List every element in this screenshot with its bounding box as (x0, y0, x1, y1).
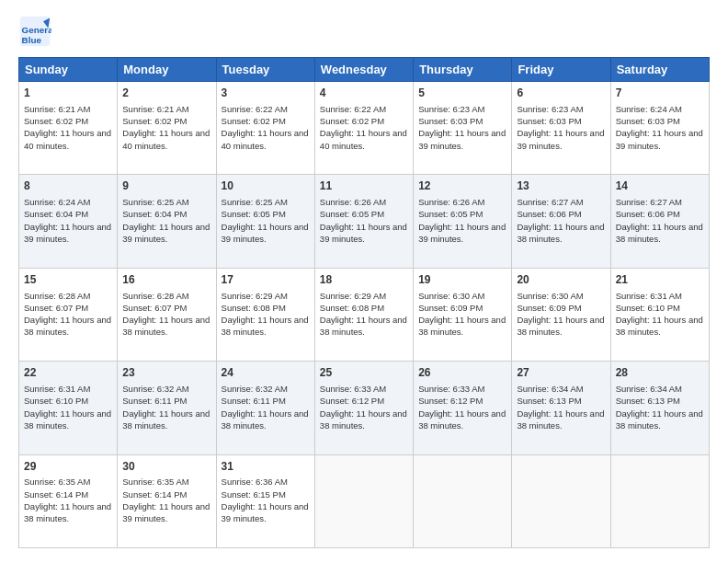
calendar-week-row: 29Sunrise: 6:35 AMSunset: 6:14 PMDayligh… (19, 454, 710, 547)
calendar-cell: 8Sunrise: 6:24 AMSunset: 6:04 PMDaylight… (19, 175, 118, 268)
day-number: 9 (122, 178, 210, 194)
day-number: 14 (616, 178, 704, 194)
calendar-cell: 3Sunrise: 6:22 AMSunset: 6:02 PMDaylight… (216, 82, 314, 175)
day-number: 21 (616, 272, 704, 288)
calendar-week-row: 22Sunrise: 6:31 AMSunset: 6:10 PMDayligh… (19, 362, 710, 454)
day-number: 8 (24, 178, 112, 194)
calendar-header-row: SundayMondayTuesdayWednesdayThursdayFrid… (19, 58, 710, 82)
calendar-cell: 24Sunrise: 6:32 AMSunset: 6:11 PMDayligh… (216, 362, 314, 454)
calendar-cell: 22Sunrise: 6:31 AMSunset: 6:10 PMDayligh… (19, 362, 118, 454)
day-number: 24 (222, 365, 310, 381)
calendar-cell (314, 454, 413, 547)
calendar-week-row: 8Sunrise: 6:24 AMSunset: 6:04 PMDaylight… (19, 175, 710, 268)
calendar-week-row: 1Sunrise: 6:21 AMSunset: 6:02 PMDaylight… (19, 82, 710, 175)
calendar-cell: 9Sunrise: 6:25 AMSunset: 6:04 PMDaylight… (118, 175, 216, 268)
day-number: 18 (320, 272, 408, 288)
day-number: 19 (418, 272, 506, 288)
day-number: 2 (122, 86, 210, 101)
day-number: 25 (320, 365, 408, 381)
page: General Blue SundayMondayTuesdayWednesda… (0, 0, 728, 563)
calendar-cell: 30Sunrise: 6:35 AMSunset: 6:14 PMDayligh… (118, 454, 216, 547)
calendar-cell: 17Sunrise: 6:29 AMSunset: 6:08 PMDayligh… (216, 268, 314, 361)
day-number: 12 (418, 178, 506, 194)
day-number: 23 (122, 365, 210, 381)
day-header-saturday: Saturday (610, 58, 709, 82)
calendar-cell: 23Sunrise: 6:32 AMSunset: 6:11 PMDayligh… (118, 362, 216, 454)
calendar-cell: 18Sunrise: 6:29 AMSunset: 6:08 PMDayligh… (314, 268, 413, 361)
calendar-cell: 2Sunrise: 6:21 AMSunset: 6:02 PMDaylight… (118, 82, 216, 175)
calendar-week-row: 15Sunrise: 6:28 AMSunset: 6:07 PMDayligh… (19, 268, 710, 361)
day-number: 17 (222, 272, 310, 288)
calendar-cell: 27Sunrise: 6:34 AMSunset: 6:13 PMDayligh… (512, 362, 610, 454)
day-number: 5 (418, 86, 506, 101)
calendar-cell: 16Sunrise: 6:28 AMSunset: 6:07 PMDayligh… (118, 268, 216, 361)
day-number: 16 (122, 272, 210, 288)
header: General Blue (18, 15, 710, 48)
calendar-table: SundayMondayTuesdayWednesdayThursdayFrid… (18, 57, 710, 548)
day-number: 10 (222, 178, 310, 194)
day-number: 15 (24, 272, 112, 288)
calendar-cell: 14Sunrise: 6:27 AMSunset: 6:06 PMDayligh… (610, 175, 709, 268)
calendar-cell (610, 454, 709, 547)
calendar-cell: 31Sunrise: 6:36 AMSunset: 6:15 PMDayligh… (216, 454, 314, 547)
day-header-thursday: Thursday (414, 58, 512, 82)
calendar-cell: 26Sunrise: 6:33 AMSunset: 6:12 PMDayligh… (414, 362, 512, 454)
day-number: 22 (24, 365, 112, 381)
day-header-sunday: Sunday (19, 58, 118, 82)
day-header-monday: Monday (118, 58, 216, 82)
day-number: 20 (517, 272, 605, 288)
logo-icon: General Blue (18, 15, 51, 48)
day-number: 4 (320, 86, 408, 101)
day-number: 11 (320, 178, 408, 194)
calendar-cell: 25Sunrise: 6:33 AMSunset: 6:12 PMDayligh… (314, 362, 413, 454)
calendar-cell: 1Sunrise: 6:21 AMSunset: 6:02 PMDaylight… (19, 82, 118, 175)
calendar-cell: 4Sunrise: 6:22 AMSunset: 6:02 PMDaylight… (314, 82, 413, 175)
logo: General Blue (18, 15, 57, 48)
calendar-cell: 5Sunrise: 6:23 AMSunset: 6:03 PMDaylight… (414, 82, 512, 175)
calendar-cell (414, 454, 512, 547)
day-number: 6 (517, 86, 605, 101)
calendar-cell (512, 454, 610, 547)
calendar-cell: 29Sunrise: 6:35 AMSunset: 6:14 PMDayligh… (19, 454, 118, 547)
svg-text:Blue: Blue (22, 35, 42, 45)
day-number: 28 (616, 365, 704, 381)
day-header-tuesday: Tuesday (216, 58, 314, 82)
day-number: 30 (122, 459, 210, 475)
day-number: 1 (24, 86, 112, 101)
day-header-wednesday: Wednesday (314, 58, 413, 82)
day-number: 27 (517, 365, 605, 381)
calendar-cell: 28Sunrise: 6:34 AMSunset: 6:13 PMDayligh… (610, 362, 709, 454)
calendar-cell: 12Sunrise: 6:26 AMSunset: 6:05 PMDayligh… (414, 175, 512, 268)
day-number: 3 (222, 86, 310, 101)
day-number: 26 (418, 365, 506, 381)
calendar-cell: 7Sunrise: 6:24 AMSunset: 6:03 PMDaylight… (610, 82, 709, 175)
calendar-cell: 21Sunrise: 6:31 AMSunset: 6:10 PMDayligh… (610, 268, 709, 361)
day-number: 29 (24, 459, 112, 475)
calendar-cell: 19Sunrise: 6:30 AMSunset: 6:09 PMDayligh… (414, 268, 512, 361)
day-header-friday: Friday (512, 58, 610, 82)
day-number: 13 (517, 178, 605, 194)
calendar-cell: 13Sunrise: 6:27 AMSunset: 6:06 PMDayligh… (512, 175, 610, 268)
calendar-cell: 20Sunrise: 6:30 AMSunset: 6:09 PMDayligh… (512, 268, 610, 361)
calendar-cell: 6Sunrise: 6:23 AMSunset: 6:03 PMDaylight… (512, 82, 610, 175)
day-number: 7 (616, 86, 704, 101)
calendar-cell: 10Sunrise: 6:25 AMSunset: 6:05 PMDayligh… (216, 175, 314, 268)
calendar-cell: 11Sunrise: 6:26 AMSunset: 6:05 PMDayligh… (314, 175, 413, 268)
calendar-cell: 15Sunrise: 6:28 AMSunset: 6:07 PMDayligh… (19, 268, 118, 361)
day-number: 31 (222, 459, 310, 475)
